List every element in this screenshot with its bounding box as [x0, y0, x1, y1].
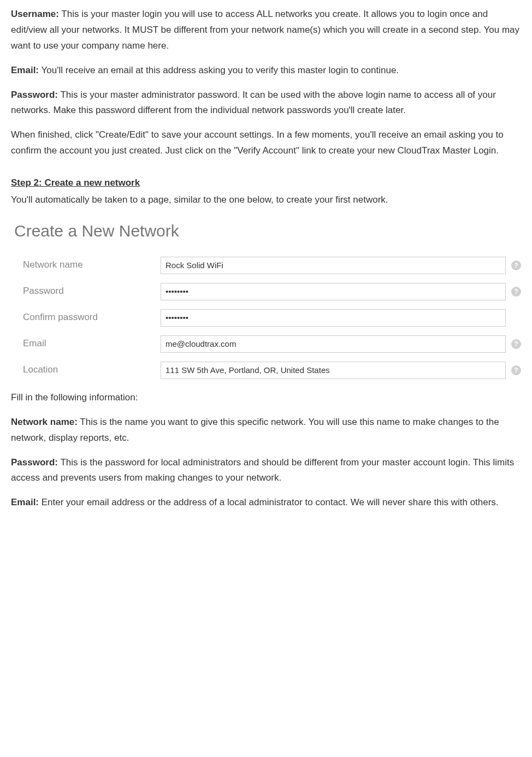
row-location: Location ?	[11, 362, 521, 379]
label-netname: Network name:	[11, 417, 78, 427]
text-email1: You'll receive an email at this address …	[39, 65, 399, 75]
label-password1: Password:	[11, 90, 58, 100]
para-username: Username: This is your master login you …	[11, 7, 521, 54]
help-icon[interactable]: ?	[511, 365, 521, 375]
input-location[interactable]	[161, 362, 506, 379]
help-icon[interactable]: ?	[511, 339, 521, 349]
para-network-name: Network name: This is the name you want …	[11, 415, 521, 446]
para-finished: When finished, click "Create/Edit" to sa…	[11, 127, 521, 159]
help-icon[interactable]: ?	[511, 287, 521, 297]
label-location: Location	[11, 362, 161, 378]
row-password: Password ?	[11, 283, 521, 300]
text-netname: This is the name you want to give this s…	[11, 417, 499, 443]
label-password2: Password:	[11, 457, 58, 468]
input-password[interactable]	[161, 283, 506, 300]
form-screenshot: Create a New Network Network name ? Pass…	[11, 217, 521, 379]
form-title: Create a New Network	[14, 217, 521, 245]
label-email1: Email:	[11, 65, 39, 75]
row-confirm-password: Confirm password	[11, 309, 521, 327]
text-email2: Enter your email address or the address …	[39, 497, 499, 507]
fill-info: Fill in the following information:	[11, 390, 521, 406]
input-network-name[interactable]	[161, 257, 506, 274]
help-icon[interactable]: ?	[511, 261, 521, 270]
label-password: Password	[11, 283, 161, 299]
label-confirm-password: Confirm password	[11, 310, 161, 326]
input-email[interactable]	[161, 335, 506, 353]
step2-intro: You'll automatically be taken to a page,…	[11, 192, 521, 208]
para-password2: Password: This is the password for local…	[11, 455, 521, 487]
label-email2: Email:	[11, 497, 39, 507]
text-password1: This is your master administrator passwo…	[11, 90, 496, 116]
para-email2: Email: Enter your email address or the a…	[11, 495, 521, 511]
input-confirm-password[interactable]	[161, 309, 506, 327]
label-username: Username:	[11, 9, 59, 19]
para-email1: Email: You'll receive an email at this a…	[11, 63, 521, 79]
label-network-name: Network name	[11, 257, 161, 273]
row-network-name: Network name ?	[11, 257, 521, 274]
row-email: Email ?	[11, 335, 521, 353]
label-form-email: Email	[11, 336, 161, 352]
para-password1: Password: This is your master administra…	[11, 87, 521, 119]
text-password2: This is the password for local administr…	[11, 457, 514, 483]
text-username: This is your master login you will use t…	[11, 9, 519, 51]
step2-heading: Step 2: Create a new network	[11, 175, 521, 191]
